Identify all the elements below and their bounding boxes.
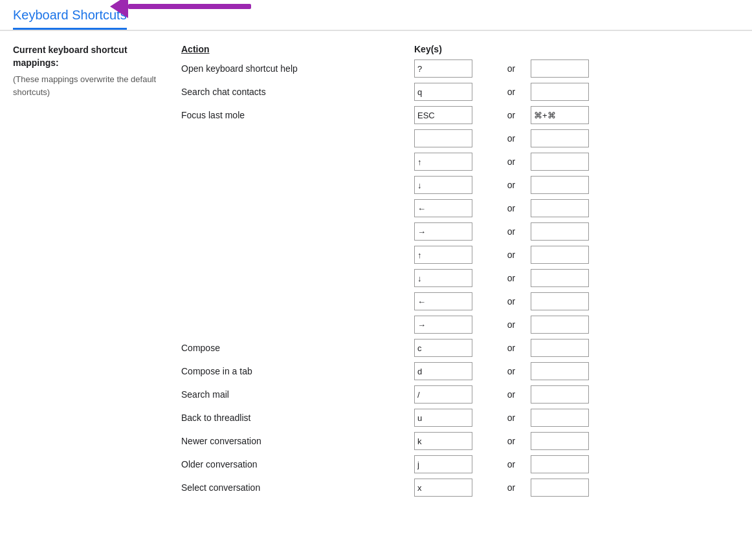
key-input-alt[interactable] bbox=[531, 432, 589, 450]
table-row: or bbox=[181, 243, 739, 266]
table-row: Compose in a tabor bbox=[181, 360, 739, 383]
col-headers: Action Key(s) bbox=[181, 44, 739, 54]
key-input-alt[interactable] bbox=[531, 246, 589, 264]
rows-container: Open keyboard shortcut helporSearch chat… bbox=[181, 57, 739, 499]
key-input-primary[interactable] bbox=[414, 479, 472, 497]
key-input-primary[interactable] bbox=[414, 59, 472, 78]
or-separator: or bbox=[492, 296, 531, 307]
action-cell: Search mail bbox=[181, 387, 414, 402]
key-input-primary[interactable] bbox=[414, 339, 472, 357]
left-column: Current keyboard shortcut mappings: (The… bbox=[13, 44, 181, 499]
key-input-alt[interactable] bbox=[531, 409, 589, 427]
key-input-alt[interactable] bbox=[531, 59, 589, 78]
table-row: Back to threadlistor bbox=[181, 406, 739, 429]
key-input-alt[interactable] bbox=[531, 222, 589, 241]
key-input-alt[interactable] bbox=[531, 292, 589, 310]
key-input-primary[interactable] bbox=[414, 455, 472, 473]
action-cell: Compose in a tab bbox=[181, 363, 414, 379]
action-cell bbox=[181, 206, 414, 211]
col-header-keys: Key(s) bbox=[414, 44, 492, 54]
or-separator: or bbox=[492, 180, 531, 190]
or-separator: or bbox=[492, 156, 531, 167]
key-input-alt[interactable] bbox=[531, 269, 589, 287]
key-input-primary[interactable] bbox=[414, 269, 472, 287]
or-separator: or bbox=[492, 203, 531, 213]
action-cell: Back to threadlist bbox=[181, 410, 414, 425]
key-input-primary[interactable] bbox=[414, 385, 472, 404]
or-separator: or bbox=[492, 343, 531, 353]
shortcuts-table: Action Key(s) Open keyboard shortcut hel… bbox=[181, 44, 739, 499]
key-input-alt[interactable] bbox=[531, 83, 589, 101]
key-input-primary[interactable] bbox=[414, 292, 472, 310]
action-cell: Newer conversation bbox=[181, 433, 414, 449]
arrow-head-icon bbox=[110, 0, 128, 18]
key-input-alt[interactable] bbox=[531, 362, 589, 380]
action-cell bbox=[181, 299, 414, 304]
or-separator: or bbox=[492, 63, 531, 74]
key-input-primary[interactable] bbox=[414, 362, 472, 380]
action-cell bbox=[181, 182, 414, 188]
main-content: Current keyboard shortcut mappings: (The… bbox=[0, 31, 752, 512]
key-input-primary[interactable] bbox=[414, 83, 472, 101]
key-input-primary[interactable] bbox=[414, 199, 472, 217]
or-separator: or bbox=[492, 366, 531, 376]
or-separator: or bbox=[492, 250, 531, 260]
key-input-alt[interactable] bbox=[531, 199, 589, 217]
key-input-alt[interactable] bbox=[531, 153, 589, 171]
key-input-primary[interactable] bbox=[414, 129, 472, 147]
action-cell bbox=[181, 322, 414, 327]
or-separator: or bbox=[492, 273, 531, 283]
key-input-primary[interactable] bbox=[414, 153, 472, 171]
col-header-action: Action bbox=[181, 44, 414, 54]
or-separator: or bbox=[492, 436, 531, 446]
table-row: or bbox=[181, 173, 739, 197]
key-input-primary[interactable] bbox=[414, 432, 472, 450]
action-cell bbox=[181, 159, 414, 164]
table-row: or bbox=[181, 290, 739, 313]
key-input-alt[interactable] bbox=[531, 176, 589, 194]
key-input-alt[interactable] bbox=[531, 479, 589, 497]
table-row: or bbox=[181, 266, 739, 290]
key-input-primary[interactable] bbox=[414, 246, 472, 264]
table-row: or bbox=[181, 220, 739, 243]
table-row: Search mailor bbox=[181, 383, 739, 406]
table-row: Focus last moleor bbox=[181, 103, 739, 127]
table-row: Newer conversationor bbox=[181, 429, 739, 453]
or-separator: or bbox=[492, 87, 531, 97]
or-separator: or bbox=[492, 482, 531, 493]
table-row: Open keyboard shortcut helpor bbox=[181, 57, 739, 80]
header: Keyboard Shortcuts bbox=[0, 0, 752, 31]
key-input-primary[interactable] bbox=[414, 176, 472, 194]
key-input-alt[interactable] bbox=[531, 129, 589, 147]
or-separator: or bbox=[492, 459, 531, 469]
key-input-primary[interactable] bbox=[414, 316, 472, 334]
arrow-annotation bbox=[116, 4, 251, 9]
action-cell: Open keyboard shortcut help bbox=[181, 61, 414, 76]
or-separator: or bbox=[492, 133, 531, 144]
key-input-primary[interactable] bbox=[414, 409, 472, 427]
key-input-alt[interactable] bbox=[531, 316, 589, 334]
action-cell: Search chat contacts bbox=[181, 84, 414, 100]
action-cell bbox=[181, 275, 414, 281]
or-separator: or bbox=[492, 110, 531, 120]
table-row: Older conversationor bbox=[181, 453, 739, 476]
key-input-alt[interactable] bbox=[531, 106, 589, 124]
left-col-title: Current keyboard shortcut mappings: bbox=[13, 44, 168, 69]
action-cell: Focus last mole bbox=[181, 107, 414, 123]
or-separator: or bbox=[492, 389, 531, 400]
action-cell bbox=[181, 229, 414, 234]
key-input-alt[interactable] bbox=[531, 339, 589, 357]
action-cell bbox=[181, 252, 414, 257]
key-input-primary[interactable] bbox=[414, 222, 472, 241]
key-input-primary[interactable] bbox=[414, 106, 472, 124]
table-row: Search chat contactsor bbox=[181, 80, 739, 103]
key-input-alt[interactable] bbox=[531, 385, 589, 404]
table-row: or bbox=[181, 197, 739, 220]
key-input-alt[interactable] bbox=[531, 455, 589, 473]
action-cell bbox=[181, 136, 414, 141]
or-separator: or bbox=[492, 226, 531, 237]
arrow-line bbox=[128, 4, 251, 9]
left-col-subtitle: (These mappings overwrite the default sh… bbox=[13, 73, 168, 98]
table-row: Select conversationor bbox=[181, 476, 739, 499]
table-row: or bbox=[181, 127, 739, 150]
